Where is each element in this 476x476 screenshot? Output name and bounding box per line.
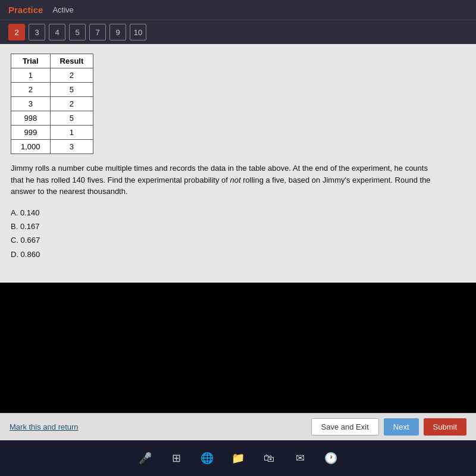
mark-return-link[interactable]: Mark this and return (10, 422, 79, 431)
table-cell: 5 (50, 83, 93, 97)
folder-icon[interactable]: 📁 (228, 449, 248, 468)
question-nav: 23457910 (0, 20, 476, 44)
nav-btn-10[interactable]: 10 (130, 24, 146, 40)
mail-icon[interactable]: ✉ (290, 449, 309, 468)
save-exit-button[interactable]: Save and Exit (311, 418, 379, 436)
table-cell: 1,000 (11, 140, 51, 154)
col-result: Result (50, 54, 93, 68)
store-icon[interactable]: 🛍 (259, 449, 278, 468)
bottom-bar: Mark this and return Save and Exit Next … (0, 413, 476, 440)
table-cell: 1 (50, 126, 93, 140)
table-row: 9985 (11, 111, 93, 126)
action-buttons: Save and Exit Next Submit (311, 418, 466, 436)
table-cell: 3 (50, 140, 93, 154)
choice-b[interactable]: B. 0.167 (11, 220, 465, 233)
table-row: 9991 (11, 126, 93, 140)
table-cell: 2 (11, 83, 51, 97)
content-area: Trial Result 122532998599911,0003 Jimmy … (0, 44, 476, 283)
table-row: 25 (11, 83, 93, 97)
clock-icon[interactable]: 🕐 (321, 449, 340, 468)
table-cell: 3 (11, 97, 51, 111)
taskbar: 🎤 ⊞ 🌐 📁 🛍 ✉ 🕐 (0, 440, 476, 476)
table-cell: 2 (50, 68, 93, 83)
apps-icon[interactable]: ⊞ (167, 449, 186, 468)
submit-button[interactable]: Submit (424, 418, 466, 436)
choice-c[interactable]: C. 0.667 (11, 233, 465, 247)
question-text: Jimmy rolls a number cube multiple times… (11, 162, 439, 198)
practice-label: Practice (8, 5, 43, 15)
data-table: Trial Result 122532998599911,0003 (11, 54, 93, 154)
nav-btn-7[interactable]: 7 (89, 24, 106, 40)
table-cell: 5 (50, 111, 93, 126)
choice-a[interactable]: A. 0.140 (11, 206, 465, 220)
table-cell: 998 (11, 111, 51, 126)
nav-btn-9[interactable]: 9 (109, 24, 126, 40)
table-cell: 2 (50, 97, 93, 111)
table-cell: 999 (11, 126, 51, 140)
next-button[interactable]: Next (384, 418, 419, 436)
table-row: 32 (11, 97, 93, 111)
answer-choices: A. 0.140B. 0.167C. 0.667D. 0.860 (11, 206, 465, 262)
nav-btn-4[interactable]: 4 (49, 24, 65, 40)
col-trial: Trial (11, 54, 51, 68)
status-label: Active (52, 5, 73, 14)
choice-d[interactable]: D. 0.860 (11, 248, 465, 261)
top-bar: Practice Active (0, 0, 476, 20)
mic-icon[interactable]: 🎤 (136, 449, 155, 468)
nav-btn-5[interactable]: 5 (69, 24, 86, 40)
nav-btn-3[interactable]: 3 (29, 24, 45, 40)
edge-icon[interactable]: 🌐 (198, 449, 217, 468)
nav-btn-2[interactable]: 2 (8, 24, 25, 40)
table-cell: 1 (11, 68, 51, 83)
table-row: 1,0003 (11, 140, 93, 154)
table-row: 12 (11, 68, 93, 83)
